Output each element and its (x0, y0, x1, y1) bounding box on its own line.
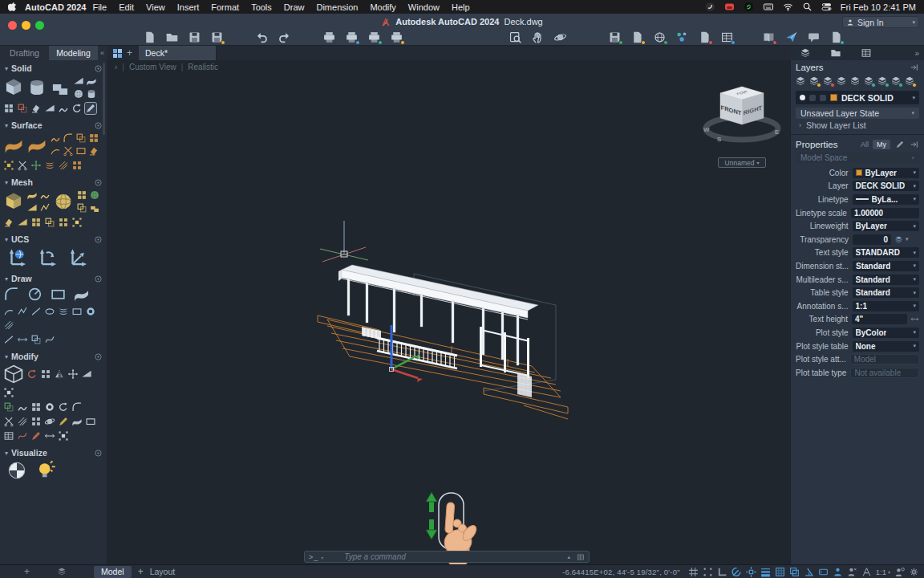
compass-south-label[interactable]: S (717, 136, 722, 143)
auto-hide-pin-icon[interactable] (910, 63, 919, 72)
cv-show-icon[interactable] (3, 160, 14, 171)
section-ucs-header[interactable]: ▾ UCS (0, 234, 107, 245)
chamfer-icon[interactable] (86, 88, 97, 100)
revolve-icon[interactable] (71, 103, 83, 114)
render-materials-icon[interactable] (6, 460, 27, 481)
lock-layer-icon[interactable] (890, 75, 902, 87)
freeze-layer-icon[interactable] (863, 75, 874, 87)
page-setup-button[interactable] (390, 31, 403, 44)
array-icon[interactable] (30, 416, 42, 427)
planar-surface-icon[interactable] (73, 286, 90, 303)
ucs-world-icon[interactable] (6, 246, 27, 267)
plot-style-table-field[interactable]: None▾ (853, 341, 919, 352)
layers-panel-tab-icon[interactable] (800, 47, 811, 59)
plot-button[interactable] (322, 31, 336, 44)
palette-scrollbar[interactable] (103, 63, 105, 135)
layer-on-icon[interactable] (800, 95, 805, 100)
filter-my-button[interactable]: My (873, 140, 890, 149)
new-drawing-tab-button[interactable]: + (127, 47, 132, 59)
helix-icon[interactable] (58, 306, 69, 317)
snap-mode-toggle[interactable] (703, 567, 713, 577)
3d-rotate-icon[interactable] (26, 368, 38, 380)
add-tab-button[interactable]: + (24, 566, 30, 577)
annotation-visibility-toggle[interactable] (833, 567, 843, 577)
slice-icon[interactable] (30, 103, 42, 114)
edit-properties-icon[interactable] (895, 140, 905, 149)
curve-edit-icon[interactable] (17, 430, 28, 442)
publish-button[interactable] (653, 31, 667, 44)
collaborate-button[interactable] (675, 31, 689, 44)
redo-button[interactable] (278, 31, 291, 44)
chevron-down-icon[interactable]: ▾ (912, 95, 915, 101)
layer-color-swatch[interactable] (830, 94, 837, 101)
plot-style-field[interactable]: ByColor▾ (853, 328, 919, 338)
batch-plot-button[interactable] (367, 31, 381, 44)
shortcuts-icon[interactable] (705, 2, 715, 12)
merge-face-icon[interactable] (76, 202, 87, 214)
open-button[interactable] (165, 31, 179, 44)
sign-in-button[interactable]: Sign In ▾ (842, 16, 919, 28)
command-line[interactable]: >_ ▾ Type a command ▴ (304, 551, 590, 563)
surface-network-icon[interactable] (3, 134, 24, 155)
menu-view[interactable]: View (146, 2, 165, 12)
array-grid-icon[interactable] (30, 401, 42, 413)
ucs-3point-icon[interactable] (67, 246, 88, 267)
close-hole-icon[interactable] (89, 202, 100, 214)
shazam-icon[interactable] (744, 2, 754, 12)
section-solid-header[interactable]: ▾ Solid (0, 63, 107, 74)
quick-plot-button[interactable] (345, 31, 359, 44)
spotlight-icon[interactable] (802, 2, 813, 12)
export-button[interactable] (608, 31, 622, 44)
fillet-icon[interactable] (71, 401, 83, 413)
wifi-icon[interactable] (783, 2, 793, 12)
make-current-layer-icon[interactable] (795, 75, 806, 87)
layer-state-dropdown[interactable]: Unsaved Layer State ▾ (796, 108, 919, 119)
section-modify-header[interactable]: ▾ Modify (0, 351, 107, 362)
donut-icon[interactable] (85, 306, 96, 317)
transparency-icon[interactable] (894, 235, 903, 244)
3d-gizmo-icon[interactable] (3, 364, 24, 385)
project-geometry-icon[interactable] (58, 160, 69, 171)
zoom-window-button[interactable] (509, 31, 522, 44)
multileader-style-field[interactable]: Standard▾ (853, 275, 919, 285)
sweep-icon[interactable] (86, 75, 97, 87)
match-layer-icon[interactable] (808, 75, 820, 87)
mesh-sphere-icon[interactable] (53, 191, 74, 212)
solid-edit-icon[interactable] (85, 103, 96, 114)
linetype-field[interactable]: ByLa...▾ (853, 194, 919, 205)
linetype-scale-field[interactable]: 1.00000▾ (851, 208, 919, 218)
loft-edit-icon[interactable] (17, 401, 28, 413)
filter-all-button[interactable]: All (857, 140, 873, 149)
rebuild-icon[interactable] (30, 160, 42, 171)
qnew-button[interactable] (143, 31, 156, 44)
screen-record-icon[interactable] (724, 2, 735, 12)
more-panels-button[interactable]: » (914, 49, 919, 58)
unlock-layer-icon[interactable] (904, 75, 915, 87)
transparency-field[interactable]: 0▾ (853, 234, 891, 245)
hatch-icon[interactable] (3, 320, 14, 331)
pencil-edit-icon[interactable] (58, 416, 69, 427)
markup-import-button[interactable] (698, 31, 711, 44)
selection-cycling-toggle[interactable] (789, 567, 800, 577)
offset-icon[interactable] (3, 401, 14, 413)
drawing-tab-deck[interactable]: Deck* (139, 46, 217, 60)
viewcube[interactable]: W S E TOP FRONT RIGHT (700, 80, 784, 153)
polyline-icon[interactable] (3, 286, 20, 303)
isolate-layer-icon[interactable] (836, 75, 847, 87)
untrim-icon[interactable] (88, 145, 99, 157)
dynamic-input-toggle[interactable] (818, 567, 829, 577)
transparency-toggle[interactable] (775, 567, 785, 577)
section-draw-header[interactable]: ▾ Draw (0, 273, 107, 284)
refine-icon[interactable] (26, 202, 38, 214)
ray-icon[interactable] (17, 334, 28, 345)
menu-insert[interactable]: Insert (177, 2, 200, 12)
box-icon[interactable] (3, 77, 24, 98)
menubar-app-name[interactable]: AutoCAD 2024 (25, 2, 86, 12)
insert-button[interactable] (630, 31, 644, 44)
menu-format[interactable]: Format (211, 2, 239, 12)
unisolate-layer-icon[interactable] (849, 75, 861, 87)
count-button[interactable] (720, 31, 734, 44)
ortho-mode-toggle[interactable] (717, 567, 727, 577)
customization-gear-icon[interactable] (909, 567, 919, 577)
extend-icon[interactable] (63, 145, 74, 157)
